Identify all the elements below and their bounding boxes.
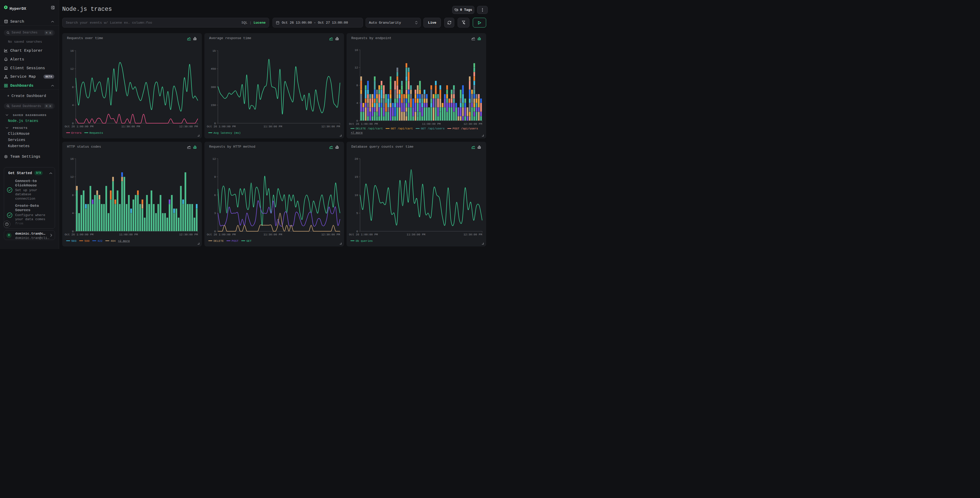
svg-text:0: 0 bbox=[356, 230, 358, 233]
svg-text:12:30:00 PM: 12:30:00 PM bbox=[321, 233, 340, 236]
svg-text:10: 10 bbox=[355, 194, 358, 197]
svg-text:11:30:00 PM: 11:30:00 PM bbox=[121, 125, 140, 128]
svg-text:DELETE: DELETE bbox=[213, 239, 224, 243]
svg-text:9: 9 bbox=[214, 176, 216, 179]
svg-text:4: 4 bbox=[72, 104, 73, 107]
svg-text:8: 8 bbox=[72, 86, 73, 89]
svg-text:12: 12 bbox=[70, 67, 73, 70]
svg-text:15: 15 bbox=[355, 176, 358, 179]
svg-text:Oct 26 1:00:00 PM: Oct 26 1:00:00 PM bbox=[207, 233, 235, 236]
svg-text:Db queries: Db queries bbox=[356, 239, 372, 243]
svg-text:20: 20 bbox=[355, 157, 358, 161]
svg-text:Oct 26 1:00:00 PM: Oct 26 1:00:00 PM bbox=[349, 123, 378, 126]
svg-text:16: 16 bbox=[70, 157, 73, 161]
svg-text:POST: POST bbox=[232, 239, 239, 243]
svg-text:0: 0 bbox=[214, 230, 216, 233]
svg-text:12:30:00 PM: 12:30:00 PM bbox=[179, 125, 198, 128]
svg-text:11:00:00 PM: 11:00:00 PM bbox=[119, 233, 138, 236]
svg-text:5: 5 bbox=[356, 212, 358, 215]
svg-text:Avg latency (ms): Avg latency (ms) bbox=[213, 131, 241, 134]
svg-text:16: 16 bbox=[355, 49, 358, 52]
svg-text:8: 8 bbox=[356, 84, 358, 87]
svg-text:12:30:00 PM: 12:30:00 PM bbox=[179, 233, 198, 236]
svg-text:12:30:00 PM: 12:30:00 PM bbox=[463, 123, 482, 126]
svg-text:0: 0 bbox=[214, 122, 216, 125]
svg-text:12: 12 bbox=[355, 66, 358, 69]
svg-text:+2 more: +2 more bbox=[118, 239, 130, 243]
svg-text:422: 422 bbox=[97, 239, 103, 243]
svg-text:6: 6 bbox=[214, 194, 216, 197]
svg-text:1k: 1k bbox=[212, 49, 216, 53]
svg-text:11:30:00 PM: 11:30:00 PM bbox=[406, 233, 425, 236]
svg-text:11:30:00 PM: 11:30:00 PM bbox=[263, 125, 282, 128]
svg-text:0: 0 bbox=[72, 230, 73, 233]
svg-text:404: 404 bbox=[110, 239, 115, 243]
svg-text:0: 0 bbox=[356, 119, 358, 123]
svg-text:12: 12 bbox=[70, 176, 73, 179]
svg-text:11:00:00 PM: 11:00:00 PM bbox=[422, 123, 441, 126]
svg-text:4: 4 bbox=[356, 102, 358, 105]
svg-text:Errors: Errors bbox=[71, 131, 81, 134]
svg-text:POST /api/users: POST /api/users bbox=[452, 127, 478, 130]
svg-text:12:30:00 PM: 12:30:00 PM bbox=[463, 233, 482, 236]
svg-text:12:30:00 PM: 12:30:00 PM bbox=[321, 125, 340, 128]
svg-text:150: 150 bbox=[210, 104, 216, 107]
svg-text:3: 3 bbox=[214, 212, 216, 215]
svg-text:Oct 26 1:00:00 PM: Oct 26 1:00:00 PM bbox=[65, 125, 93, 128]
svg-text:Oct 26 1:00:00 PM: Oct 26 1:00:00 PM bbox=[349, 233, 378, 236]
svg-text:GET /api/users: GET /api/users bbox=[421, 127, 444, 130]
svg-text:12: 12 bbox=[212, 157, 216, 161]
svg-text:GET /api/cart: GET /api/cart bbox=[391, 127, 413, 130]
svg-text:Requests: Requests bbox=[89, 131, 103, 134]
svg-text:DELETE /api/cart: DELETE /api/cart bbox=[356, 127, 383, 130]
svg-text:503: 503 bbox=[71, 239, 76, 243]
svg-text:11:30:00 PM: 11:30:00 PM bbox=[263, 233, 282, 236]
svg-text:4: 4 bbox=[72, 212, 73, 215]
svg-text:GET: GET bbox=[246, 239, 251, 243]
svg-text:Oct 26 1:00:00 PM: Oct 26 1:00:00 PM bbox=[65, 233, 93, 236]
svg-text:450: 450 bbox=[210, 67, 216, 70]
svg-text:8: 8 bbox=[72, 194, 73, 197]
svg-text:300: 300 bbox=[210, 86, 216, 89]
svg-text:Oct 26 1:00:00 PM: Oct 26 1:00:00 PM bbox=[207, 125, 235, 128]
svg-text:+7 more: +7 more bbox=[351, 131, 363, 134]
svg-text:16: 16 bbox=[70, 49, 73, 53]
svg-text:500: 500 bbox=[84, 239, 89, 243]
svg-text:0: 0 bbox=[72, 122, 73, 125]
